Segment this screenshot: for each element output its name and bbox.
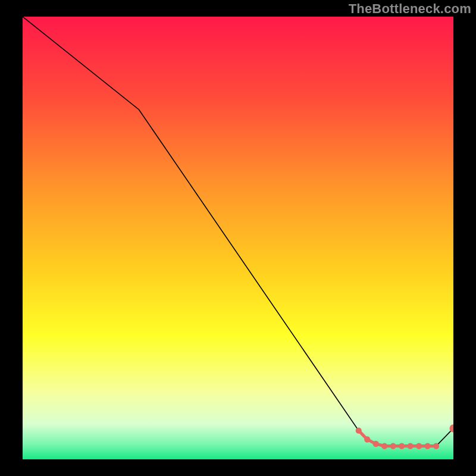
highlight-dot — [381, 443, 387, 449]
chart-plot-area — [23, 17, 453, 459]
chart-frame: TheBottleneck.com — [0, 0, 476, 476]
highlight-dot — [364, 436, 370, 442]
highlight-dot — [373, 441, 379, 447]
chart-svg — [23, 17, 453, 459]
highlight-dot — [408, 443, 414, 449]
gradient-background — [23, 17, 453, 459]
highlight-dot — [416, 443, 422, 449]
highlight-dot — [424, 443, 430, 449]
watermark-text: TheBottleneck.com — [349, 1, 471, 17]
highlight-dot — [399, 443, 405, 449]
highlight-dot — [433, 443, 439, 449]
highlight-dot — [356, 427, 362, 433]
highlight-dot — [390, 443, 396, 449]
